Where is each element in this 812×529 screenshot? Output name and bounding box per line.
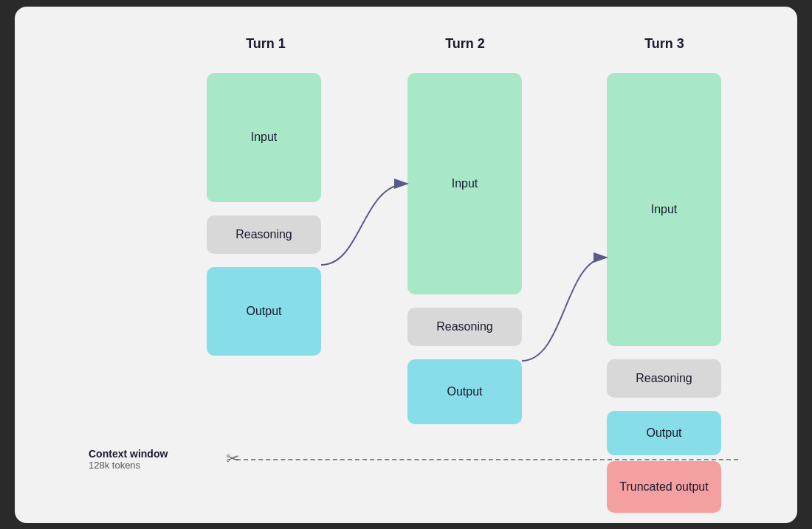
context-window-label: Context window 128k tokens	[89, 448, 168, 471]
scissors-icon: ✂	[226, 449, 239, 469]
turn2-header: Turn 2	[406, 36, 524, 52]
turn1-reasoning-block: Reasoning	[207, 215, 321, 254]
main-card: Turn 1 Turn 2 Turn 3 Input Reasoning Out…	[15, 7, 797, 523]
diagram-area: Turn 1 Turn 2 Turn 3 Input Reasoning Out…	[44, 36, 768, 494]
turn2-output-block: Output	[407, 359, 522, 424]
turn2-reasoning-block: Reasoning	[407, 308, 522, 346]
turn3-output-block: Output	[607, 411, 721, 455]
turn2-input-block: Input	[407, 73, 522, 294]
turn1-input-block: Input	[207, 73, 321, 202]
turn3-reasoning-block: Reasoning	[607, 359, 721, 398]
turn3-truncated-block: Truncated output	[607, 461, 721, 513]
turn1-header: Turn 1	[207, 36, 325, 52]
turn3-input-block: Input	[607, 73, 721, 346]
turn1-output-block: Output	[207, 267, 321, 356]
turn3-header: Turn 3	[605, 36, 723, 52]
context-window-line	[236, 459, 738, 460]
